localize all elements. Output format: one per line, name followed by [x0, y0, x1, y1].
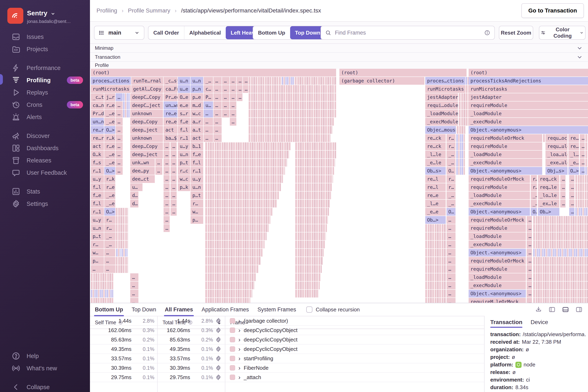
flame-frame[interactable]: _…	[447, 200, 456, 208]
flame-frame[interactable]: …	[222, 85, 229, 93]
flame-frame[interactable]: …	[230, 77, 236, 85]
flame-frame[interactable]: …	[171, 192, 177, 199]
flame-frame[interactable]: …	[171, 150, 177, 158]
flame-frame[interactable]: …	[116, 167, 123, 175]
flame-frame[interactable]: …	[164, 150, 170, 158]
flame-frame[interactable]: …	[447, 224, 456, 232]
flame-frame[interactable]: w…c	[191, 110, 203, 118]
expand-chevron-icon[interactable]: ›	[238, 337, 241, 342]
flame-frame[interactable]: …	[171, 167, 177, 175]
flame-frame[interactable]: req…le	[538, 183, 559, 191]
flame-frame[interactable]: …	[214, 118, 222, 126]
flame-frame[interactable]: requireModule	[469, 224, 526, 232]
flame-frame[interactable]: _l…e	[568, 150, 579, 158]
flame-frame[interactable]: …	[569, 200, 575, 208]
flame-frame[interactable]: _execModule	[469, 282, 526, 289]
flame-frame[interactable]: _…e	[104, 192, 115, 199]
search-input[interactable]	[334, 30, 481, 36]
flame-frame[interactable]: …	[116, 159, 123, 166]
flame-frame[interactable]: un…wn	[164, 102, 177, 109]
flame-frame[interactable]: p…k	[178, 183, 190, 191]
flame-frame[interactable]: re…e	[425, 192, 446, 199]
flame-frame[interactable]: ba…$1	[164, 134, 177, 142]
flame-frame[interactable]: …	[171, 175, 177, 183]
flame-frame[interactable]: r…	[447, 134, 456, 142]
flame-frame[interactable]: …	[580, 150, 585, 158]
flame-frame[interactable]: u…y	[178, 142, 190, 150]
flame-frame[interactable]: Object.<anonymous>	[469, 126, 588, 134]
flame-frame[interactable]: …	[222, 93, 229, 101]
flame-frame[interactable]: _…e	[104, 118, 115, 126]
flame-frame[interactable]: …	[104, 249, 115, 256]
flame-frame[interactable]: …	[164, 192, 170, 199]
minimap-section-header[interactable]: Minimap	[90, 44, 588, 53]
flame-frame[interactable]: requireModule	[469, 183, 530, 191]
flame-frame[interactable]: _loa…ule	[546, 150, 568, 158]
flame-frame[interactable]: _loadModule	[469, 192, 530, 199]
frame-settings-gear-icon[interactable]	[213, 365, 224, 371]
flame-frame[interactable]: _…	[531, 192, 537, 199]
flame-frame[interactable]: runTe…rnal	[131, 77, 163, 85]
flame-frame[interactable]: …	[204, 118, 213, 126]
flame-frame[interactable]: re…e	[568, 142, 579, 150]
flame-frame[interactable]: u…y	[191, 175, 203, 183]
flame-frame[interactable]: u…n	[191, 77, 203, 85]
flame-frame[interactable]: r…	[104, 224, 115, 232]
flame-frame[interactable]: p…t	[91, 232, 104, 240]
flame-frame[interactable]: _e…le	[425, 159, 446, 166]
flame-frame[interactable]: u…n	[91, 224, 104, 232]
flame-frame[interactable]: act	[164, 126, 177, 134]
flame-frame[interactable]: f…l	[178, 126, 190, 134]
flame-frame[interactable]: u…n	[178, 150, 190, 158]
direction-bottom-up[interactable]: Bottom Up	[253, 26, 290, 39]
expand-chevron-icon[interactable]: ›	[238, 365, 241, 370]
flame-frame[interactable]: ca…n	[91, 102, 104, 109]
org-switcher[interactable]: Sentry	[27, 10, 56, 17]
dock-left-icon[interactable]	[548, 306, 556, 313]
flame-frame[interactable]: jestAdapter	[469, 93, 588, 101]
flame-frame[interactable]: Ob…>	[425, 216, 446, 224]
flame-frame[interactable]: …	[527, 265, 532, 273]
flame-frame[interactable]: unknown	[130, 134, 163, 142]
flame-frame[interactable]: e…e	[178, 102, 190, 109]
flame-frame[interactable]: O…	[447, 208, 456, 216]
sidebar-item-settings[interactable]: Settings	[0, 198, 90, 210]
flame-frame[interactable]: w…c	[178, 175, 190, 183]
find-frames-search[interactable]	[320, 26, 495, 40]
flame-frame[interactable]: _execModule	[425, 118, 458, 126]
flame-frame[interactable]: f…l	[191, 159, 203, 166]
flame-frame[interactable]: r…1	[191, 167, 203, 175]
flame-frame[interactable]: …	[155, 159, 162, 166]
flame-frame[interactable]: processTicksAndRejections	[469, 77, 588, 85]
flame-frame[interactable]: u…	[204, 102, 213, 109]
flame-frame[interactable]: …	[237, 85, 243, 93]
frame-settings-gear-icon[interactable]	[213, 356, 224, 362]
flame-frame[interactable]: …	[116, 142, 123, 150]
flame-frame[interactable]: re…r	[91, 126, 104, 134]
flame-frame[interactable]: Object.<anonymous>	[469, 290, 526, 298]
flame-frame[interactable]: …	[116, 134, 123, 142]
flame-frame[interactable]: …	[171, 159, 177, 166]
sidebar-item-discover[interactable]: Discover	[0, 130, 90, 142]
dock-right-icon[interactable]	[575, 306, 583, 313]
flame-frame[interactable]: _execModule	[469, 118, 588, 126]
flame-frame[interactable]: u…n	[191, 183, 203, 191]
flame-frame[interactable]: r…	[191, 200, 203, 208]
flame-frame[interactable]: …	[214, 134, 222, 142]
flame-frame[interactable]: …	[527, 298, 532, 303]
flame-frame[interactable]: O…	[531, 208, 537, 216]
tab-application-frames[interactable]: Application Frames	[202, 303, 249, 316]
flame-frame[interactable]: proces…ctions	[91, 77, 131, 85]
flame-frame[interactable]: p…	[91, 257, 104, 265]
flame-frame[interactable]: _loadModule	[469, 273, 526, 281]
flame-frame[interactable]: …	[171, 142, 177, 150]
frame-settings-gear-icon[interactable]	[213, 327, 224, 333]
flame-frame[interactable]: …	[164, 167, 170, 175]
flame-frame[interactable]: …	[222, 102, 229, 109]
reset-zoom-button[interactable]: Reset Zoom	[499, 26, 533, 40]
flame-frame[interactable]: unk…wn	[130, 159, 155, 166]
sort-call-order[interactable]: Call Order	[148, 26, 184, 39]
flame-frame[interactable]: …	[560, 192, 566, 199]
flame-frame[interactable]: r…1	[91, 208, 104, 216]
collapse-recursion-toggle[interactable]: Collapse recursion	[306, 306, 360, 313]
